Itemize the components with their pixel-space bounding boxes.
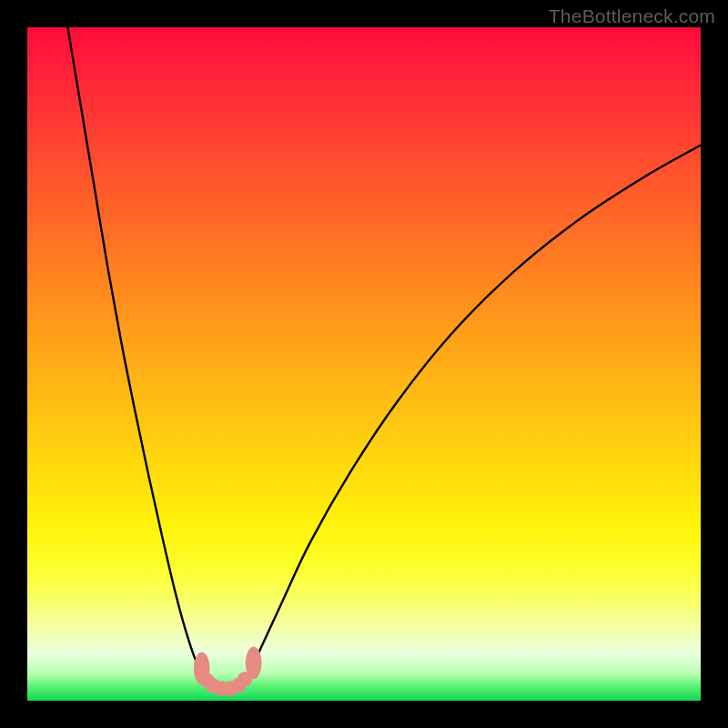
watermark-text: TheBottleneck.com bbox=[549, 5, 715, 27]
plot-area bbox=[27, 27, 701, 701]
curve-layer bbox=[27, 27, 701, 701]
chart-frame: TheBottleneck.com bbox=[0, 0, 728, 728]
valley-markers bbox=[194, 647, 262, 696]
marker-pill bbox=[246, 647, 262, 680]
bottleneck-curve bbox=[67, 27, 701, 690]
